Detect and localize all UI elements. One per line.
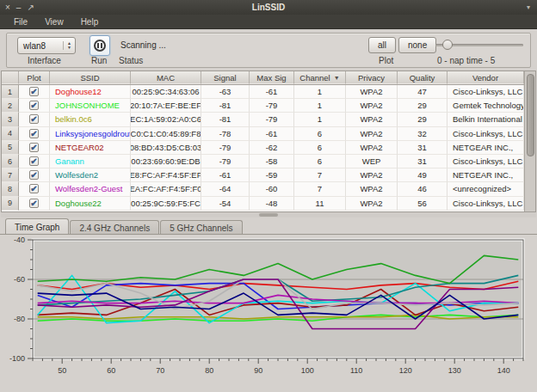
column-header-max-sig[interactable]: Max Sig bbox=[250, 71, 294, 84]
max-sig-cell: -61 bbox=[250, 127, 294, 141]
plot-checkbox[interactable]: ✔ bbox=[29, 129, 39, 138]
privacy-cell: WPA2 bbox=[346, 168, 398, 182]
run-pause-button[interactable] bbox=[90, 35, 110, 56]
table-row[interactable]: 9✔Doghouse2200:25:9C:59:F5:FC-54-4811WPA… bbox=[2, 197, 524, 211]
column-header-vendor[interactable]: Vendor bbox=[448, 71, 524, 84]
quality-cell: 29 bbox=[398, 99, 448, 113]
max-sig-cell: -62 bbox=[250, 141, 294, 155]
plot-checkbox-cell[interactable]: ✔ bbox=[19, 168, 50, 182]
close-icon[interactable]: × bbox=[5, 3, 10, 12]
table-row[interactable]: 1✔Doghouse1200:25:9C:34:63:06-63-611WPA2… bbox=[2, 85, 524, 99]
plot-checkbox[interactable]: ✔ bbox=[29, 199, 39, 208]
plot-checkbox[interactable]: ✔ bbox=[29, 114, 39, 124]
mac-cell: EC:1A:59:02:A0:C6 bbox=[131, 113, 201, 126]
privacy-cell: WPA2 bbox=[346, 182, 398, 196]
tab-2-4-ghz-channels[interactable]: 2.4 GHz Channels bbox=[70, 220, 159, 235]
channel-cell: 6 bbox=[294, 141, 346, 155]
window-controls: × – ↗ bbox=[0, 3, 52, 12]
plot-checkbox[interactable]: ✔ bbox=[29, 143, 39, 152]
table-horizontal-scrollbar-thumb[interactable] bbox=[259, 213, 278, 217]
table-row[interactable]: 8✔Wolfesden2-GuestEA:FC:AF:F4:5F:F0-64-6… bbox=[2, 182, 524, 196]
spinner-arrows-icon[interactable]: ▲▼ bbox=[63, 41, 75, 50]
row-number: 2 bbox=[2, 99, 19, 113]
quality-cell: 31 bbox=[398, 141, 448, 155]
menu-item-view[interactable]: View bbox=[38, 16, 71, 28]
row-number: 4 bbox=[2, 127, 19, 141]
vendor-cell: Cisco-Linksys, LLC bbox=[448, 155, 524, 168]
x-tick-label: 120 bbox=[399, 366, 412, 375]
plot-checkbox-cell[interactable]: ✔ bbox=[19, 182, 50, 196]
plot-checkbox[interactable]: ✔ bbox=[29, 156, 39, 166]
column-header-mac[interactable]: MAC bbox=[131, 71, 201, 84]
column-header-channel[interactable]: Channel▼ bbox=[294, 71, 346, 84]
x-tick-label: 50 bbox=[58, 366, 66, 375]
time-graph-panel: -100-80-60-405060708090100110120130140 bbox=[0, 234, 537, 392]
column-header-quality[interactable]: Quality bbox=[398, 71, 448, 84]
table-row[interactable]: 7✔Wolfesden2E8:FC:AF:F4:5F:EF-61-597WPA2… bbox=[2, 168, 524, 182]
plot-checkbox-cell[interactable]: ✔ bbox=[19, 85, 50, 99]
table-row[interactable]: 4✔LinksysjonesgoldrouterC0:C1:C0:45:89:F… bbox=[2, 127, 524, 141]
plot-none-button[interactable]: none bbox=[398, 37, 436, 53]
plot-checkbox[interactable]: ✔ bbox=[29, 170, 39, 180]
signal-cell: -54 bbox=[201, 197, 250, 211]
plot-checkbox[interactable]: ✔ bbox=[29, 101, 39, 110]
table-horizontal-scrollbar[interactable] bbox=[1, 212, 536, 217]
toolbar: wlan8 ▲▼ Scanning ... all none Interface… bbox=[6, 33, 531, 68]
tab-time-graph[interactable]: Time Graph bbox=[5, 218, 69, 235]
plot-checkbox[interactable]: ✔ bbox=[29, 87, 39, 96]
channel-cell: 11 bbox=[294, 197, 346, 211]
table-row[interactable]: 5✔NETGEAR0208:BD:43:D5:CB:03-79-626WPA23… bbox=[2, 141, 524, 155]
privacy-cell: WPA2 bbox=[346, 85, 398, 99]
x-tick-label: 110 bbox=[350, 366, 362, 375]
vendor-cell: NETGEAR INC., bbox=[448, 168, 524, 182]
tab-5-ghz-channels[interactable]: 5 GHz Channels bbox=[160, 220, 242, 235]
naptime-slider[interactable] bbox=[435, 44, 523, 46]
table-row[interactable]: 6✔Ganann00:23:69:60:9E:DB-79-586WEP31Cis… bbox=[2, 155, 524, 168]
privacy-cell: WPA2 bbox=[346, 99, 398, 113]
row-number: 1 bbox=[2, 85, 19, 99]
table-vertical-scrollbar[interactable] bbox=[524, 71, 535, 211]
privacy-cell: WPA2 bbox=[346, 141, 398, 155]
max-sig-cell: -48 bbox=[250, 197, 294, 211]
interface-select[interactable]: wlan8 ▲▼ bbox=[17, 37, 76, 54]
run-label: Run bbox=[91, 56, 107, 65]
column-header-signal[interactable]: Signal bbox=[201, 71, 250, 84]
plot-all-button[interactable]: all bbox=[368, 37, 396, 53]
max-sig-cell: -79 bbox=[250, 113, 294, 126]
menu-item-file[interactable]: File bbox=[7, 16, 34, 28]
column-header-privacy[interactable]: Privacy bbox=[346, 71, 398, 84]
table-row[interactable]: 3✔belkin.0c6EC:1A:59:02:A0:C6-81-791WPA2… bbox=[2, 113, 524, 126]
plot-checkbox-cell[interactable]: ✔ bbox=[19, 127, 50, 141]
naptime-slider-handle[interactable] bbox=[442, 40, 453, 50]
table-row[interactable]: 2✔JOHNSONHOME20:10:7A:EF:BE:EF-81-791WPA… bbox=[2, 99, 524, 113]
column-header-ssid[interactable]: SSID bbox=[50, 71, 131, 84]
shade-icon[interactable]: ▾ bbox=[485, 3, 537, 11]
x-tick-label: 60 bbox=[107, 366, 115, 375]
maximize-icon[interactable]: ↗ bbox=[27, 3, 34, 12]
ssid-cell: JOHNSONHOME bbox=[50, 99, 131, 113]
plot-checkbox-cell[interactable]: ✔ bbox=[19, 113, 50, 126]
table-vertical-scrollbar-thumb[interactable] bbox=[527, 74, 534, 156]
plot-checkbox-cell[interactable]: ✔ bbox=[19, 197, 50, 211]
header-corner bbox=[2, 71, 19, 84]
ssid-cell: Wolfesden2 bbox=[50, 168, 131, 182]
quality-cell: 46 bbox=[398, 182, 448, 196]
vendor-cell: <unrecognized> bbox=[448, 182, 524, 196]
plot-checkbox[interactable]: ✔ bbox=[29, 184, 39, 193]
plot-label: Plot bbox=[379, 56, 393, 65]
table-header-row: PlotSSIDMACSignalMax SigChannel▼PrivacyQ… bbox=[2, 71, 524, 85]
mac-cell: 00:25:9C:34:63:06 bbox=[131, 85, 201, 99]
column-header-plot[interactable]: Plot bbox=[19, 71, 50, 84]
menu-item-help[interactable]: Help bbox=[74, 16, 106, 28]
privacy-cell: WEP bbox=[346, 155, 398, 168]
channel-cell: 7 bbox=[294, 168, 346, 182]
plot-checkbox-cell[interactable]: ✔ bbox=[19, 155, 50, 168]
status-value: Scanning ... bbox=[120, 40, 166, 50]
plot-checkbox-cell[interactable]: ✔ bbox=[19, 99, 50, 113]
time-graph-chart: -100-80-60-405060708090100110120130140 bbox=[0, 235, 537, 386]
plot-checkbox-cell[interactable]: ✔ bbox=[19, 141, 50, 155]
mac-cell: EA:FC:AF:F4:5F:F0 bbox=[131, 182, 201, 196]
minimize-icon[interactable]: – bbox=[16, 3, 22, 12]
channel-cell: 6 bbox=[294, 127, 346, 141]
quality-cell: 49 bbox=[398, 168, 448, 182]
